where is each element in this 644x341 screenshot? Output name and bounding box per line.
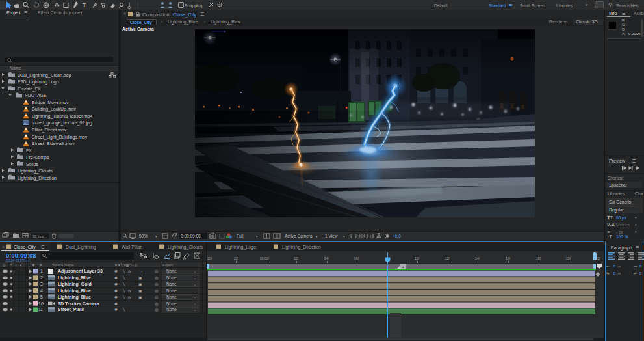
svg-text:None: None (166, 269, 177, 273)
svg-text:09:00f: 09:00f (260, 256, 270, 260)
svg-text:◎: ◎ (155, 307, 159, 312)
svg-text:✱: ✱ (114, 308, 118, 312)
svg-text:◎: ◎ (155, 282, 159, 286)
svg-text:▣: ▣ (138, 282, 142, 286)
svg-text:0:00:09:08: 0:00:09:08 (6, 252, 36, 259)
svg-text:⌄: ⌄ (194, 269, 196, 273)
svg-text:▣: ▣ (138, 295, 142, 299)
svg-text:Lightning_Direction: Lightning_Direction (282, 245, 321, 250)
svg-text:▪: ▪ (20, 263, 21, 267)
svg-text:▣: ▣ (138, 289, 142, 293)
svg-text:Regular: Regular (609, 208, 625, 213)
svg-text:None: None (166, 307, 177, 312)
svg-text:10f: 10f (415, 256, 420, 260)
svg-text:0.0000: 0.0000 (628, 32, 641, 36)
svg-text:Sui Generis: Sui Generis (609, 200, 632, 204)
svg-text:18f: 18f (536, 256, 541, 260)
svg-text:mixed_grunge_texture_02.jpg: mixed_grunge_texture_02.jpg (32, 120, 92, 126)
svg-text:◎: ◎ (155, 288, 159, 293)
svg-text:☰: ☰ (632, 159, 636, 163)
svg-text:Cha: Cha (635, 191, 643, 196)
svg-text:⌄: ⌄ (194, 282, 196, 286)
svg-text:⌄: ⌄ (194, 289, 196, 293)
svg-text:◑: ◑ (140, 269, 143, 273)
svg-text:☰: ☰ (636, 245, 639, 250)
svg-text:⌄: ⌄ (194, 301, 196, 305)
svg-text:5: 5 (40, 295, 43, 299)
svg-text:None: None (166, 301, 177, 306)
svg-text:♬: ♬ (9, 263, 13, 267)
svg-text:◎: ◎ (155, 301, 159, 306)
svg-text:14f: 14f (475, 256, 480, 260)
svg-text:Wall Pillar: Wall Pillar (122, 245, 142, 249)
svg-text:Street_Light_Buildings.mov: Street_Light_Buildings.mov (32, 135, 88, 140)
svg-text:╲: ╲ (122, 288, 125, 293)
svg-text:Libraries: Libraries (608, 191, 625, 196)
svg-text:Bridge_Move.mov: Bridge_Move.mov (32, 100, 69, 105)
svg-text:Dual_Lightning: Dual_Lightning (66, 245, 96, 250)
svg-text:60 px: 60 px (616, 215, 627, 221)
svg-text:None: None (166, 295, 177, 299)
svg-text:⌄: ⌄ (194, 276, 196, 280)
svg-text:None: None (166, 275, 177, 280)
svg-text:╲: ╲ (122, 282, 125, 287)
svg-text:Solids: Solids (26, 162, 39, 167)
svg-text:≡: ≡ (607, 230, 610, 234)
svg-text:FX: FX (26, 148, 32, 153)
svg-text:✱: ✱ (114, 282, 118, 286)
svg-text:↕T: ↕T (607, 234, 613, 239)
svg-text:✱: ✱ (114, 289, 118, 293)
svg-text:▾: ▾ (635, 230, 637, 234)
svg-text:Lightning_Clouds: Lightning_Clouds (18, 169, 53, 174)
svg-text:Pre-Comps: Pre-Comps (26, 155, 49, 160)
svg-text:Electric_FX: Electric_FX (18, 87, 41, 92)
svg-text:Lightning_Tutorial Teaser.mp4: Lightning_Tutorial Teaser.mp4 (32, 114, 92, 119)
svg-text:Lightning_Blue: Lightning_Blue (58, 275, 91, 280)
svg-text:𝐓T: 𝐓T (607, 215, 613, 221)
svg-text:Audio: Audio (634, 10, 644, 16)
svg-text:12f: 12f (445, 256, 450, 260)
svg-text:Building_LookUp.mov: Building_LookUp.mov (32, 107, 77, 112)
svg-text:V₀A: V₀A (607, 223, 615, 227)
svg-text:20f: 20f (207, 256, 213, 260)
svg-text:50%: 50% (139, 234, 148, 238)
svg-text:1 View: 1 View (325, 234, 338, 238)
svg-text:⇤: ⇤ (606, 264, 610, 268)
svg-text:◎: ◎ (155, 275, 159, 280)
svg-text:⌄: ⌄ (194, 295, 196, 299)
svg-text:Close_City: Close_City (14, 245, 36, 250)
svg-text:○: ○ (15, 263, 17, 267)
svg-text:Parent: Parent (162, 263, 174, 267)
svg-text:22f: 22f (596, 256, 601, 260)
svg-text:06f: 06f (354, 256, 359, 260)
svg-text:Dual_Lightning_Clean.aep: Dual_Lightning_Clean.aep (18, 73, 71, 78)
svg-text:px: px (617, 264, 621, 268)
svg-text:E3D_Lightning Logo: E3D_Lightning Logo (18, 79, 59, 85)
svg-text:None: None (166, 288, 177, 293)
svg-text:◎: ◎ (155, 295, 159, 299)
svg-text:Spacebar: Spacebar (609, 183, 628, 188)
svg-text:Preview: Preview (609, 159, 626, 163)
svg-text:R :: R : (622, 18, 627, 22)
svg-text:Full: Full (237, 234, 244, 238)
svg-text:02f: 02f (294, 256, 299, 260)
svg-text:★✦╲fx▦∅◐◎: ★✦╲fx▦∅◐◎ (114, 262, 137, 267)
svg-text:100 %: 100 % (616, 234, 628, 239)
svg-text:4: 4 (40, 288, 43, 293)
svg-text:11: 11 (38, 307, 43, 312)
svg-text:+6.0: +6.0 (393, 234, 401, 238)
svg-text:Adjustment Layer 33: Adjustment Layer 33 (58, 269, 103, 274)
svg-text:❖: ❖ (32, 263, 35, 267)
svg-text:0: 0 (639, 271, 642, 275)
svg-text:Lightning_Clouds: Lightning_Clouds (168, 245, 203, 250)
svg-text:▾: ▾ (256, 234, 258, 238)
svg-text:☰: ☰ (41, 245, 45, 249)
svg-text:A :: A : (622, 32, 626, 36)
svg-text:0: 0 (613, 264, 616, 268)
svg-text:0:00:09:08: 0:00:09:08 (181, 234, 201, 238)
svg-text:Street_Plate: Street_Plate (58, 307, 84, 312)
svg-text:32 bpc: 32 bpc (32, 234, 44, 238)
svg-text:10: 10 (38, 301, 44, 306)
svg-text:✱: ✱ (114, 295, 118, 299)
svg-text:Lightning_Gold: Lightning_Gold (58, 282, 92, 287)
